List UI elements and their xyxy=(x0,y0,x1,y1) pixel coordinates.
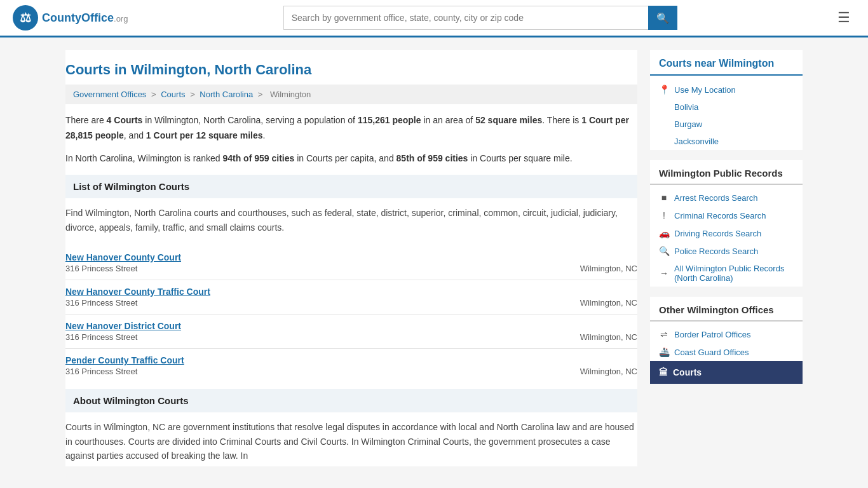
courts-near-title: Courts near Wilmington xyxy=(650,50,803,76)
courts-list: New Hanover County Court 316 Princess St… xyxy=(65,246,637,383)
public-record-item: !Criminal Records Search xyxy=(650,207,803,224)
breadcrumb-nc[interactable]: North Carolina xyxy=(200,90,253,99)
search-button[interactable]: 🔍 xyxy=(648,6,677,30)
court-name: New Hanover District Court xyxy=(65,321,181,331)
other-office-icon: 🚢 xyxy=(659,347,669,357)
public-record-icon: → xyxy=(659,268,669,278)
court-item: New Hanover County Court 316 Princess St… xyxy=(65,246,637,280)
court-info: Pender County Traffic Court 316 Princess… xyxy=(65,355,184,376)
breadcrumb-courts[interactable]: Courts xyxy=(161,90,185,99)
content-area: Courts in Wilmington, North Carolina Gov… xyxy=(65,50,637,466)
public-record-icon: 🚗 xyxy=(659,228,669,238)
court-info: New Hanover County Traffic Court 316 Pri… xyxy=(65,287,210,308)
court-item: New Hanover District Court 316 Princess … xyxy=(65,314,637,348)
logo-text: CountyOffice.org xyxy=(42,11,128,25)
other-office-icon: ⇌ xyxy=(659,329,669,339)
other-office-link[interactable]: Coast Guard Offices xyxy=(674,348,749,357)
svg-text:⚖: ⚖ xyxy=(20,11,31,25)
court-name-link[interactable]: New Hanover County Traffic Court xyxy=(65,287,210,297)
near-link-item: Jacksonville xyxy=(650,133,803,150)
breadcrumb-gov-offices[interactable]: Government Offices xyxy=(73,90,146,99)
other-offices-box: Other Wilmington Offices ⇌Border Patrol … xyxy=(650,297,803,384)
breadcrumb: Government Offices > Courts > North Caro… xyxy=(65,85,637,104)
court-address: 316 Princess Street xyxy=(65,298,210,308)
public-record-icon: ! xyxy=(659,210,669,220)
near-link[interactable]: Bolivia xyxy=(674,102,698,112)
near-link-item: Bolivia xyxy=(650,98,803,116)
court-name: New Hanover County Traffic Court xyxy=(65,287,210,297)
ranked-text: In North Carolina, Wilmington is ranked … xyxy=(65,151,637,175)
public-record-link[interactable]: Arrest Records Search xyxy=(674,193,758,203)
court-name-link[interactable]: New Hanover District Court xyxy=(65,321,181,331)
about-text: Courts in Wilmington, NC are government … xyxy=(65,412,637,466)
public-record-icon: 🔍 xyxy=(659,246,669,256)
public-record-link[interactable]: Police Records Search xyxy=(674,247,758,256)
courts-near-box: Courts near Wilmington 📍Use My LocationB… xyxy=(650,50,803,150)
other-office-active-item[interactable]: 🏛Courts xyxy=(650,361,803,384)
other-offices-title: Other Wilmington Offices xyxy=(650,297,803,322)
near-link-icon: 📍 xyxy=(659,85,669,95)
court-address: 316 Princess Street xyxy=(65,264,181,273)
page-title: Courts in Wilmington, North Carolina xyxy=(65,50,637,85)
near-link[interactable]: Jacksonville xyxy=(674,137,719,146)
public-record-item: 🔍Police Records Search xyxy=(650,242,803,260)
public-record-item: →All Wilmington Public Records (North Ca… xyxy=(650,260,803,287)
other-office-link[interactable]: Border Patrol Offices xyxy=(674,330,750,339)
court-city: Wilmington, NC xyxy=(580,355,637,376)
court-name: New Hanover County Court xyxy=(65,252,181,262)
court-item-inner: New Hanover County Court 316 Princess St… xyxy=(65,252,637,273)
list-section-header: List of Wilmington Courts xyxy=(65,175,637,198)
court-name: Pender County Traffic Court xyxy=(65,355,184,365)
public-record-icon: ■ xyxy=(659,193,669,203)
public-record-item: 🚗Driving Records Search xyxy=(650,224,803,242)
court-name-link[interactable]: Pender County Traffic Court xyxy=(65,355,184,365)
near-link-item: Burgaw xyxy=(650,116,803,133)
summary-text: There are 4 Courts in Wilmington, North … xyxy=(65,113,637,151)
near-link-item: 📍Use My Location xyxy=(650,81,803,98)
court-item: New Hanover County Traffic Court 316 Pri… xyxy=(65,280,637,314)
public-record-link[interactable]: Driving Records Search xyxy=(674,229,761,238)
other-office-item: ⇌Border Patrol Offices xyxy=(650,325,803,343)
court-name-link[interactable]: New Hanover County Court xyxy=(65,252,181,262)
public-records-box: Wilmington Public Records ■Arrest Record… xyxy=(650,160,803,287)
search-input[interactable] xyxy=(283,6,648,30)
menu-button[interactable]: ☰ xyxy=(832,7,855,29)
list-description: Find Wilmington, North Carolina courts a… xyxy=(65,198,637,246)
public-records-links: ■Arrest Records Search!Criminal Records … xyxy=(650,189,803,287)
near-link[interactable]: Use My Location xyxy=(674,85,736,95)
court-address: 316 Princess Street xyxy=(65,367,184,376)
about-section-header: About Wilmington Courts xyxy=(65,389,637,412)
court-city: Wilmington, NC xyxy=(580,287,637,308)
site-header: ⚖ CountyOffice.org 🔍 ☰ xyxy=(0,0,868,37)
sidebar: Courts near Wilmington 📍Use My LocationB… xyxy=(650,50,803,466)
court-address: 316 Princess Street xyxy=(65,332,181,342)
main-container: Courts in Wilmington, North Carolina Gov… xyxy=(53,37,815,466)
court-city: Wilmington, NC xyxy=(580,321,637,342)
court-item-inner: New Hanover District Court 316 Princess … xyxy=(65,321,637,342)
near-links: 📍Use My LocationBoliviaBurgawJacksonvill… xyxy=(650,81,803,150)
other-office-active-label: Courts xyxy=(673,367,702,377)
other-office-item: 🚢Coast Guard Offices xyxy=(650,343,803,361)
court-city: Wilmington, NC xyxy=(580,252,637,273)
logo-icon: ⚖ xyxy=(13,5,38,30)
court-info: New Hanover County Court 316 Princess St… xyxy=(65,252,181,273)
logo[interactable]: ⚖ CountyOffice.org xyxy=(13,5,128,30)
court-item-inner: Pender County Traffic Court 316 Princess… xyxy=(65,355,637,376)
public-record-link[interactable]: All Wilmington Public Records (North Car… xyxy=(674,264,794,283)
public-record-link[interactable]: Criminal Records Search xyxy=(674,211,766,220)
other-offices-links: ⇌Border Patrol Offices🚢Coast Guard Offic… xyxy=(650,325,803,384)
public-record-item: ■Arrest Records Search xyxy=(650,189,803,207)
search-area: 🔍 xyxy=(283,6,677,30)
court-info: New Hanover District Court 316 Princess … xyxy=(65,321,181,342)
court-item: Pender County Traffic Court 316 Princess… xyxy=(65,348,637,383)
court-item-inner: New Hanover County Traffic Court 316 Pri… xyxy=(65,287,637,308)
breadcrumb-city: Wilmington xyxy=(270,90,311,99)
public-records-title: Wilmington Public Records xyxy=(650,160,803,185)
other-office-active-icon: 🏛 xyxy=(659,367,668,377)
near-link[interactable]: Burgaw xyxy=(674,119,702,129)
